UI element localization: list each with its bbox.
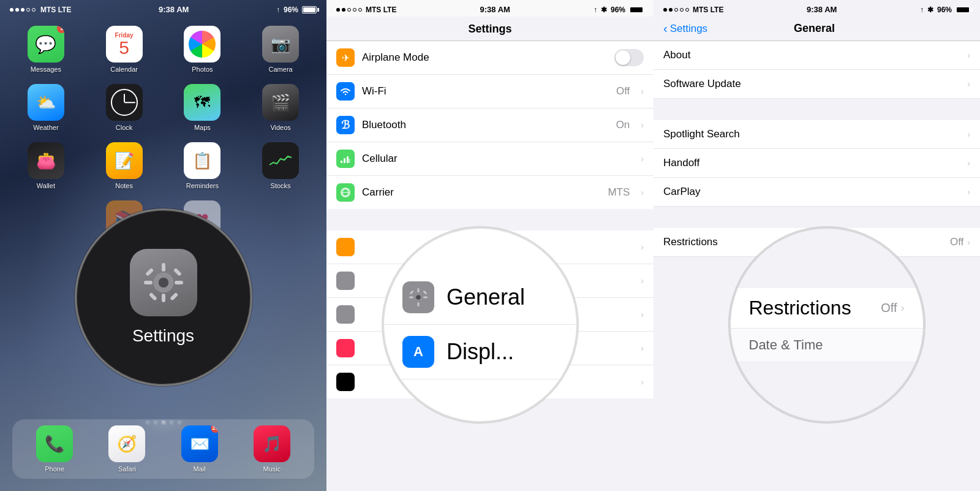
row1-icon xyxy=(336,238,355,256)
svg-rect-13 xyxy=(344,158,345,163)
mail-label: Mail xyxy=(194,465,206,473)
svg-rect-21 xyxy=(418,302,420,306)
panel-home: MTS LTE 9:38 AM ↑ 96% 💬 1 Messages Frida… xyxy=(0,0,326,491)
svg-rect-7 xyxy=(173,268,181,276)
status-bar-home: MTS LTE 9:38 AM ↑ 96% xyxy=(0,0,326,17)
camera-symbol: 📷 xyxy=(271,35,290,54)
settings-row-wifi[interactable]: Wi-Fi Off › xyxy=(326,75,654,108)
settings-row-cellular[interactable]: Cellular › xyxy=(326,142,654,176)
general-time: 9:38 AM xyxy=(807,5,837,14)
app-weather[interactable]: ⛅ Weather xyxy=(12,84,80,131)
row4-chevron: › xyxy=(641,343,644,353)
bluetooth-icon: ℬ xyxy=(336,116,355,134)
camera-icon: 📷 xyxy=(262,26,299,63)
bt-icon-status: ✱ xyxy=(601,6,607,14)
arrow-icon-2: ↑ xyxy=(594,6,597,14)
camera-label: Camera xyxy=(269,66,293,73)
back-button[interactable]: ‹ Settings xyxy=(663,21,707,36)
general-row-carplay[interactable]: CarPlay › xyxy=(654,178,980,207)
bluetooth-value: On xyxy=(616,119,630,131)
settings-row-bluetooth[interactable]: ℬ Bluetooth On › xyxy=(326,108,654,142)
battery-icon xyxy=(302,6,317,13)
general-row-spotlight[interactable]: Spotlight Search › xyxy=(654,120,980,149)
app-messages[interactable]: 💬 1 Messages xyxy=(12,26,80,73)
phone-icon: 📞 xyxy=(36,425,73,462)
magnify-datetime-row[interactable]: Date & Time xyxy=(731,329,923,362)
svg-rect-25 xyxy=(423,290,427,294)
magnify-general-row[interactable]: General xyxy=(384,270,576,325)
panel-settings: MTS LTE 9:38 AM ↑ ✱ 96% Settings ✈ Airpl… xyxy=(326,0,654,491)
app-camera[interactable]: 📷 Camera xyxy=(247,26,314,73)
magnify-display-label: Displ... xyxy=(447,339,514,365)
maps-icon: 🗺 xyxy=(184,84,221,121)
music-symbol: 🎵 xyxy=(262,435,282,454)
magnify-restrictions-label: Restrictions xyxy=(749,297,881,319)
bt-icon-status-3: ✱ xyxy=(927,6,933,14)
notes-symbol: 📝 xyxy=(115,151,134,170)
wallet-label: Wallet xyxy=(37,182,55,189)
general-separator-2 xyxy=(654,207,980,228)
magnify-display-icon: A xyxy=(402,336,434,368)
magnify-gear-svg xyxy=(407,286,429,308)
magnify-display-row[interactable]: A Displ... xyxy=(384,325,576,379)
row3-icon xyxy=(336,305,355,324)
row4-icon xyxy=(336,339,355,357)
messages-label: Messages xyxy=(31,66,61,73)
messages-badge: 1 xyxy=(57,26,64,33)
svg-rect-2 xyxy=(162,263,165,272)
carrier-value: MTS xyxy=(608,186,630,199)
airplane-icon: ✈ xyxy=(336,48,355,67)
magnify-restr-row[interactable]: Restrictions Off › xyxy=(731,288,923,329)
general-row-about[interactable]: About › xyxy=(654,41,980,70)
settings-row-carrier[interactable]: Carrier MTS › xyxy=(326,176,654,209)
general-page-title: General xyxy=(707,22,921,35)
reminders-label: Reminders xyxy=(186,182,219,189)
dock-mail[interactable]: ✉️ 29 Mail xyxy=(181,425,218,473)
app-reminders[interactable]: 📋 Reminders xyxy=(169,142,236,189)
spotlight-label: Spotlight Search xyxy=(663,128,967,140)
arrow-icon-3: ↑ xyxy=(920,6,924,14)
app-wallet[interactable]: 👛 Wallet xyxy=(12,142,80,189)
general-carrier: MTS LTE xyxy=(693,6,723,14)
general-row-software[interactable]: Software Update › xyxy=(654,70,980,99)
app-clock[interactable]: Clock xyxy=(91,84,158,131)
battery-percent: 96% xyxy=(284,6,298,14)
weather-icon: ⛅ xyxy=(28,84,64,121)
clock-icon xyxy=(106,84,143,121)
settings-title: Settings xyxy=(326,17,654,41)
mail-symbol: ✉️ xyxy=(190,435,209,454)
row5-chevron: › xyxy=(641,377,644,387)
gdot1 xyxy=(663,8,667,12)
magnify-datetime-label: Date & Time xyxy=(749,337,905,353)
svg-rect-20 xyxy=(418,288,420,292)
svg-rect-3 xyxy=(162,294,165,302)
app-calendar[interactable]: Friday 5 Calendar xyxy=(91,26,158,73)
handoff-label: Handoff xyxy=(663,157,967,169)
battery-icon-2 xyxy=(629,6,644,13)
music-label: Music xyxy=(263,465,281,473)
app-photos[interactable]: Photos xyxy=(169,26,236,73)
app-videos[interactable]: 🎬 Videos xyxy=(247,84,314,131)
messages-icon: 💬 1 xyxy=(28,26,64,63)
magnify-restrictions-value: Off xyxy=(881,301,897,315)
settings-row-airplane[interactable]: ✈ Airplane Mode xyxy=(326,41,654,75)
app-stocks[interactable]: Stocks xyxy=(247,142,314,189)
battery-fill-3 xyxy=(957,7,969,12)
arrow-icon: ↑ xyxy=(276,6,280,14)
bluetooth-label: Bluetooth xyxy=(362,119,609,131)
reminders-icon: 📋 xyxy=(184,142,221,179)
cellular-label: Cellular xyxy=(362,153,630,165)
calendar-label: Calendar xyxy=(110,66,138,73)
signal-dots-2 xyxy=(336,8,362,12)
app-notes[interactable]: 📝 Notes xyxy=(91,142,158,189)
airplane-toggle[interactable] xyxy=(614,49,644,66)
dock-music[interactable]: 🎵 Music xyxy=(254,425,290,473)
magnify-general-icon xyxy=(402,281,434,313)
safari-label: Safari xyxy=(118,465,136,473)
settings-magnify-circle: Settings xyxy=(75,208,252,386)
dock-phone[interactable]: 📞 Phone xyxy=(36,425,73,473)
general-row-handoff[interactable]: Handoff › xyxy=(654,149,980,178)
app-maps[interactable]: 🗺 Maps xyxy=(169,84,236,131)
dock-safari[interactable]: 🧭 Safari xyxy=(108,425,145,473)
phone-label: Phone xyxy=(45,465,64,473)
